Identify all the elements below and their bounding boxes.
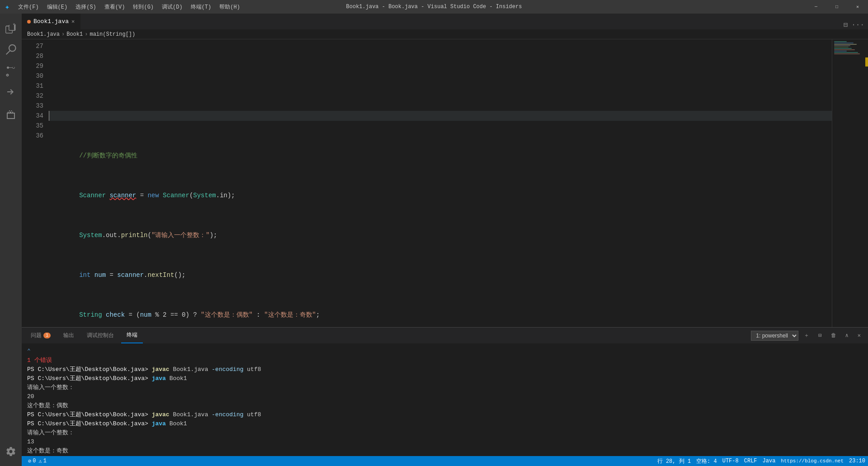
menu-help[interactable]: 帮助(H) [216, 2, 244, 12]
terminal-content[interactable]: ⌃ 1 个错误 PS C:\Users\王超\Desktop\Book.java… [22, 343, 868, 456]
breadcrumb: Book1.java › Book1 › main(String[]) [22, 29, 868, 39]
maximize-panel-button[interactable]: ∧ [842, 331, 852, 340]
editor-area: Book1.java ✕ ⊟ ··· Book1.java › Book1 › … [22, 14, 868, 466]
term-line-11: 这个数是：奇数 [27, 447, 863, 456]
title-center: Book1.java - Book.java - Visual Studio C… [346, 4, 522, 10]
split-icon: ⊟ [818, 332, 821, 339]
panel-tabs: 问题 1 输出 调试控制台 终端 1: powershell [22, 328, 868, 343]
term-line-9: 请输入一个整数： [27, 428, 863, 437]
run-debug-icon [5, 88, 16, 99]
status-language[interactable]: Java [760, 456, 778, 466]
status-encoding[interactable]: UTF-8 [720, 456, 741, 466]
status-bar: ⊘ 0 ⚠ 1 行 28, 列 1 空格: 4 UTF-8 CRLF Java … [22, 456, 868, 466]
minimap-content [832, 39, 868, 57]
status-feedback[interactable]: https://blog.csdn.net [778, 456, 846, 466]
main-layout: Book1.java ✕ ⊟ ··· Book1.java › Book1 › … [0, 14, 868, 466]
new-terminal-button[interactable]: ＋ [800, 330, 813, 341]
close-panel-button[interactable]: ✕ [854, 331, 864, 340]
tab-label: Book1.java [33, 18, 69, 25]
menu-view[interactable]: 查看(V) [101, 2, 129, 12]
close-icon: ✕ [858, 332, 861, 339]
code-line-32: int num = scanner.nextInt(); [49, 270, 832, 280]
warning-icon: ⚠ [38, 458, 42, 465]
activity-extensions[interactable] [0, 104, 22, 126]
close-button[interactable]: ✕ [847, 0, 868, 14]
menu-terminal[interactable]: 终端(T) [187, 2, 215, 12]
vscode-icon: ✦ [4, 3, 11, 10]
term-line-3: PS C:\Users\王超\Desktop\Book.java> java B… [27, 374, 863, 383]
term-line-5: 20 [27, 392, 863, 401]
explorer-icon [5, 23, 16, 33]
kill-terminal-button[interactable]: 🗑 [827, 331, 840, 340]
split-editor-button[interactable]: ⊟ [844, 20, 848, 29]
panel-tab-terminal[interactable]: 终端 [121, 328, 143, 343]
term-line-10: 13 [27, 437, 863, 447]
term-line-4: 请输入一个整数： [27, 383, 863, 392]
error-icon: ⊘ [28, 458, 31, 465]
term-line-1: ⌃ [27, 347, 863, 356]
menu-debug[interactable]: 调试(D) [158, 2, 186, 12]
title-bar-left: ✦ 文件(F) 编辑(E) 选择(S) 查看(V) 转到(G) 调试(D) 终端… [0, 2, 244, 12]
term-line-2: PS C:\Users\王超\Desktop\Book.java> javac … [27, 365, 863, 374]
status-spaces[interactable]: 空格: 4 [693, 456, 720, 466]
problem-badge: 1 [43, 333, 51, 338]
term-line-7: PS C:\Users\王超\Desktop\Book.java> javac … [27, 410, 863, 419]
tab-bar: Book1.java ✕ ⊟ ··· [22, 14, 868, 29]
activity-explorer[interactable] [0, 17, 22, 39]
code-line-33: String check = (num % 2 == 0) ? "这个数是：偶数… [49, 310, 832, 320]
status-time: 23:10 [846, 456, 868, 466]
panel-tab-problems[interactable]: 问题 1 [25, 328, 56, 343]
title-bar: ✦ 文件(F) 编辑(E) 选择(S) 查看(V) 转到(G) 调试(D) 终端… [0, 0, 868, 14]
panel-tab-output[interactable]: 输出 [58, 328, 80, 343]
code-line-29: //判断数字的奇偶性 [49, 151, 832, 161]
activity-bar [0, 14, 22, 466]
activity-source-control[interactable] [0, 61, 22, 82]
tab-modified-dot [27, 20, 31, 24]
activity-run[interactable] [0, 82, 22, 104]
menu-goto[interactable]: 转到(G) [129, 2, 157, 12]
panel-tab-debug-console[interactable]: 调试控制台 [81, 328, 119, 343]
menu-select[interactable]: 选择(S) [72, 2, 100, 12]
window-controls: ─ □ ✕ [806, 0, 868, 14]
term-line-6: 这个数是：偶数 [27, 401, 863, 410]
status-position[interactable]: 行 28, 列 1 [655, 456, 693, 466]
maximize-button[interactable]: □ [826, 0, 847, 14]
minimap-viewport-indicator [865, 57, 868, 67]
search-icon [5, 44, 16, 55]
code-content[interactable]: //判断数字的奇偶性 Scanner scanner = new Scanner… [49, 39, 832, 327]
code-line-31: System.out.println("请输入一个整数："); [49, 230, 832, 240]
source-control-icon [5, 66, 16, 77]
term-line-err: 1 个错误 [27, 356, 863, 365]
minimize-button[interactable]: ─ [806, 0, 826, 14]
extensions-icon [5, 109, 16, 120]
minimap [832, 39, 868, 327]
more-actions-button[interactable]: ··· [851, 21, 864, 29]
chevron-up-icon: ∧ [845, 332, 849, 339]
menu-bar: 文件(F) 编辑(E) 选择(S) 查看(V) 转到(G) 调试(D) 终端(T… [14, 2, 244, 12]
status-errors[interactable]: ⊘ 0 ⚠ 1 [25, 456, 49, 466]
activity-settings[interactable] [0, 441, 22, 462]
terminal-select[interactable]: 1: powershell [751, 331, 798, 341]
code-line-28 [49, 111, 832, 121]
menu-edit[interactable]: 编辑(E) [43, 2, 71, 12]
code-line-30: Scanner scanner = new Scanner(System.in)… [49, 190, 832, 200]
trash-icon: 🗑 [831, 332, 836, 339]
breadcrumb-file[interactable]: Book1.java [27, 31, 60, 38]
panel-controls: 1: powershell ＋ ⊟ 🗑 ∧ ✕ [751, 330, 864, 341]
breadcrumb-class[interactable]: Book1 [66, 31, 83, 38]
status-line-ending[interactable]: CRLF [741, 456, 760, 466]
settings-icon [5, 446, 16, 457]
menu-file[interactable]: 文件(F) [14, 2, 42, 12]
activity-search[interactable] [0, 39, 22, 61]
status-left: ⊘ 0 ⚠ 1 [22, 456, 53, 466]
line-numbers: 27 28 29 30 31 32 33 34 35 36 [22, 39, 49, 327]
term-line-8: PS C:\Users\王超\Desktop\Book.java> java B… [27, 419, 863, 428]
status-right: 行 28, 列 1 空格: 4 UTF-8 CRLF Java https://… [655, 456, 868, 466]
tab-book1[interactable]: Book1.java ✕ [22, 14, 80, 29]
split-terminal-button[interactable]: ⊟ [815, 331, 825, 340]
code-editor[interactable]: 27 28 29 30 31 32 33 34 35 36 //判断数字的奇偶性 [22, 39, 868, 327]
breadcrumb-method[interactable]: main(String[]) [90, 31, 135, 38]
code-line-27 [49, 71, 832, 81]
tab-close-button[interactable]: ✕ [71, 18, 75, 25]
plus-icon: ＋ [804, 332, 809, 339]
